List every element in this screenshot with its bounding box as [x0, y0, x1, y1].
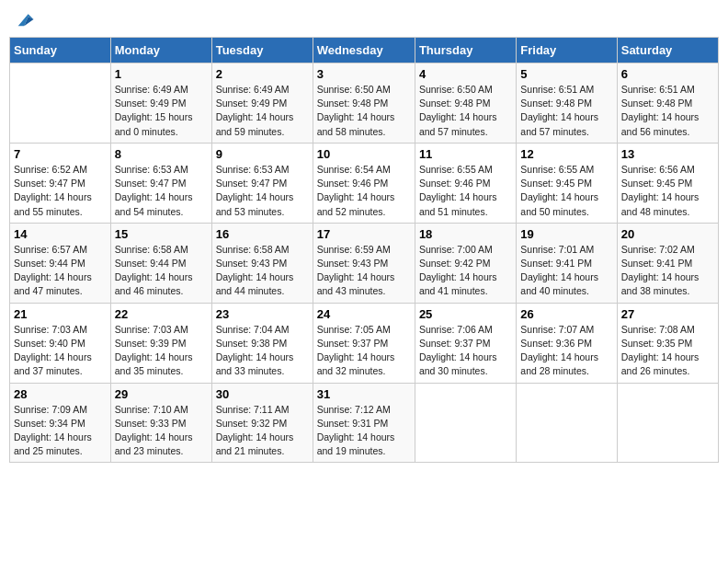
- calendar-cell: 19Sunrise: 7:01 AM Sunset: 9:41 PM Dayli…: [517, 223, 617, 303]
- calendar-cell: [415, 383, 516, 463]
- calendar-cell: [617, 383, 718, 463]
- day-number: 11: [419, 147, 512, 161]
- day-number: 8: [115, 147, 208, 161]
- calendar-cell: 10Sunrise: 6:54 AM Sunset: 9:46 PM Dayli…: [313, 143, 415, 223]
- day-number: 17: [317, 227, 411, 241]
- day-info: Sunrise: 7:00 AM Sunset: 9:42 PM Dayligh…: [419, 243, 512, 299]
- day-info: Sunrise: 6:56 AM Sunset: 9:45 PM Dayligh…: [621, 163, 714, 219]
- calendar-cell: 7Sunrise: 6:52 AM Sunset: 9:47 PM Daylig…: [10, 143, 111, 223]
- day-info: Sunrise: 6:54 AM Sunset: 9:46 PM Dayligh…: [317, 163, 411, 219]
- calendar-cell: 26Sunrise: 7:07 AM Sunset: 9:36 PM Dayli…: [517, 303, 617, 383]
- day-number: 1: [115, 67, 208, 81]
- day-info: Sunrise: 7:09 AM Sunset: 9:34 PM Dayligh…: [14, 403, 107, 459]
- day-number: 24: [317, 307, 411, 321]
- day-info: Sunrise: 6:53 AM Sunset: 9:47 PM Dayligh…: [115, 163, 208, 219]
- day-info: Sunrise: 7:05 AM Sunset: 9:37 PM Dayligh…: [317, 323, 411, 379]
- page-header: [9, 9, 719, 29]
- calendar-cell: [10, 63, 111, 144]
- day-number: 29: [115, 387, 208, 401]
- day-info: Sunrise: 7:08 AM Sunset: 9:35 PM Dayligh…: [621, 323, 714, 379]
- calendar-cell: 4Sunrise: 6:50 AM Sunset: 9:48 PM Daylig…: [415, 63, 516, 144]
- weekday-header-tuesday: Tuesday: [211, 38, 313, 63]
- calendar-cell: 24Sunrise: 7:05 AM Sunset: 9:37 PM Dayli…: [313, 303, 415, 383]
- day-number: 3: [317, 67, 411, 81]
- day-number: 2: [216, 67, 309, 81]
- calendar-cell: [517, 383, 617, 463]
- day-number: 10: [317, 147, 411, 161]
- weekday-header-friday: Friday: [517, 38, 617, 63]
- day-number: 12: [520, 147, 612, 161]
- calendar-cell: 20Sunrise: 7:02 AM Sunset: 9:41 PM Dayli…: [617, 223, 718, 303]
- day-number: 7: [14, 147, 107, 161]
- day-number: 9: [216, 147, 309, 161]
- day-info: Sunrise: 6:50 AM Sunset: 9:48 PM Dayligh…: [419, 83, 512, 139]
- day-info: Sunrise: 6:49 AM Sunset: 9:49 PM Dayligh…: [115, 83, 208, 139]
- day-info: Sunrise: 7:03 AM Sunset: 9:40 PM Dayligh…: [14, 323, 107, 379]
- calendar-cell: 31Sunrise: 7:12 AM Sunset: 9:31 PM Dayli…: [313, 383, 415, 463]
- weekday-header-monday: Monday: [110, 38, 211, 63]
- calendar-cell: 5Sunrise: 6:51 AM Sunset: 9:48 PM Daylig…: [517, 63, 617, 144]
- calendar-cell: 15Sunrise: 6:58 AM Sunset: 9:44 PM Dayli…: [110, 223, 211, 303]
- calendar-cell: 18Sunrise: 7:00 AM Sunset: 9:42 PM Dayli…: [415, 223, 516, 303]
- calendar-cell: 29Sunrise: 7:10 AM Sunset: 9:33 PM Dayli…: [110, 383, 211, 463]
- day-info: Sunrise: 7:12 AM Sunset: 9:31 PM Dayligh…: [317, 403, 411, 459]
- day-number: 4: [419, 67, 512, 81]
- logo: [13, 9, 35, 29]
- day-number: 13: [621, 147, 714, 161]
- day-number: 26: [520, 307, 612, 321]
- day-info: Sunrise: 7:03 AM Sunset: 9:39 PM Dayligh…: [115, 323, 208, 379]
- day-info: Sunrise: 6:53 AM Sunset: 9:47 PM Dayligh…: [216, 163, 309, 219]
- calendar-cell: 11Sunrise: 6:55 AM Sunset: 9:46 PM Dayli…: [415, 143, 516, 223]
- calendar-cell: 22Sunrise: 7:03 AM Sunset: 9:39 PM Dayli…: [110, 303, 211, 383]
- calendar-cell: 8Sunrise: 6:53 AM Sunset: 9:47 PM Daylig…: [110, 143, 211, 223]
- day-number: 6: [621, 67, 714, 81]
- day-number: 18: [419, 227, 512, 241]
- day-number: 14: [14, 227, 107, 241]
- calendar-cell: 25Sunrise: 7:06 AM Sunset: 9:37 PM Dayli…: [415, 303, 516, 383]
- day-info: Sunrise: 6:58 AM Sunset: 9:44 PM Dayligh…: [115, 243, 208, 299]
- day-info: Sunrise: 6:49 AM Sunset: 9:49 PM Dayligh…: [216, 83, 309, 139]
- day-info: Sunrise: 6:59 AM Sunset: 9:43 PM Dayligh…: [317, 243, 411, 299]
- day-info: Sunrise: 6:50 AM Sunset: 9:48 PM Dayligh…: [317, 83, 411, 139]
- weekday-header-saturday: Saturday: [617, 38, 718, 63]
- calendar-cell: 23Sunrise: 7:04 AM Sunset: 9:38 PM Dayli…: [211, 303, 313, 383]
- day-number: 23: [216, 307, 309, 321]
- day-info: Sunrise: 7:06 AM Sunset: 9:37 PM Dayligh…: [419, 323, 512, 379]
- calendar-cell: 30Sunrise: 7:11 AM Sunset: 9:32 PM Dayli…: [211, 383, 313, 463]
- calendar-cell: 28Sunrise: 7:09 AM Sunset: 9:34 PM Dayli…: [10, 383, 111, 463]
- calendar-cell: 14Sunrise: 6:57 AM Sunset: 9:44 PM Dayli…: [10, 223, 111, 303]
- calendar-table: SundayMondayTuesdayWednesdayThursdayFrid…: [9, 37, 719, 463]
- calendar-cell: 1Sunrise: 6:49 AM Sunset: 9:49 PM Daylig…: [110, 63, 211, 144]
- day-number: 15: [115, 227, 208, 241]
- weekday-header-sunday: Sunday: [10, 38, 111, 63]
- day-info: Sunrise: 7:10 AM Sunset: 9:33 PM Dayligh…: [115, 403, 208, 459]
- day-info: Sunrise: 7:04 AM Sunset: 9:38 PM Dayligh…: [216, 323, 309, 379]
- day-number: 30: [216, 387, 309, 401]
- calendar-cell: 16Sunrise: 6:58 AM Sunset: 9:43 PM Dayli…: [211, 223, 313, 303]
- day-number: 27: [621, 307, 714, 321]
- calendar-cell: 21Sunrise: 7:03 AM Sunset: 9:40 PM Dayli…: [10, 303, 111, 383]
- calendar-cell: 3Sunrise: 6:50 AM Sunset: 9:48 PM Daylig…: [313, 63, 415, 144]
- day-number: 22: [115, 307, 208, 321]
- weekday-header-wednesday: Wednesday: [313, 38, 415, 63]
- day-info: Sunrise: 7:11 AM Sunset: 9:32 PM Dayligh…: [216, 403, 309, 459]
- day-info: Sunrise: 7:02 AM Sunset: 9:41 PM Dayligh…: [621, 243, 714, 299]
- day-number: 25: [419, 307, 512, 321]
- day-number: 28: [14, 387, 107, 401]
- day-info: Sunrise: 6:51 AM Sunset: 9:48 PM Dayligh…: [520, 83, 612, 139]
- calendar-cell: 9Sunrise: 6:53 AM Sunset: 9:47 PM Daylig…: [211, 143, 313, 223]
- calendar-cell: 17Sunrise: 6:59 AM Sunset: 9:43 PM Dayli…: [313, 223, 415, 303]
- day-number: 16: [216, 227, 309, 241]
- calendar-cell: 27Sunrise: 7:08 AM Sunset: 9:35 PM Dayli…: [617, 303, 718, 383]
- day-info: Sunrise: 6:51 AM Sunset: 9:48 PM Dayligh…: [621, 83, 714, 139]
- weekday-header-thursday: Thursday: [415, 38, 516, 63]
- day-info: Sunrise: 6:58 AM Sunset: 9:43 PM Dayligh…: [216, 243, 309, 299]
- logo-icon: [15, 9, 35, 29]
- day-info: Sunrise: 6:57 AM Sunset: 9:44 PM Dayligh…: [14, 243, 107, 299]
- day-info: Sunrise: 6:55 AM Sunset: 9:46 PM Dayligh…: [419, 163, 512, 219]
- day-info: Sunrise: 6:55 AM Sunset: 9:45 PM Dayligh…: [520, 163, 612, 219]
- day-number: 20: [621, 227, 714, 241]
- day-number: 31: [317, 387, 411, 401]
- day-number: 5: [520, 67, 612, 81]
- calendar-cell: 2Sunrise: 6:49 AM Sunset: 9:49 PM Daylig…: [211, 63, 313, 144]
